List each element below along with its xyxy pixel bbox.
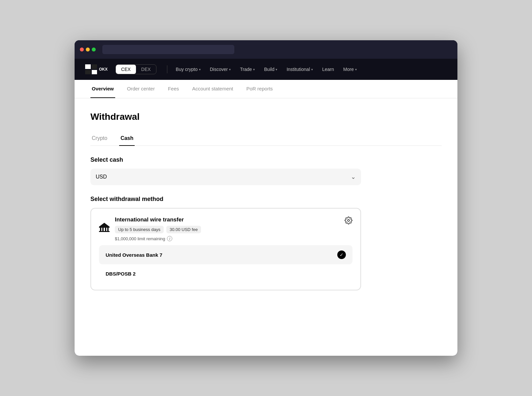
cex-toggle-button[interactable]: CEX [116, 65, 136, 74]
nav-buy-crypto[interactable]: Buy crypto ▾ [173, 65, 204, 74]
tab-overview[interactable]: Overview [90, 80, 115, 98]
browser-window: OKX CEX DEX Buy crypto ▾ Discover ▾ Trad… [75, 40, 457, 356]
limit-text: $1,000,000 limit remaining [115, 236, 165, 241]
logo-label: OKX [99, 67, 108, 72]
withdrawal-tabs: Crypto Cash [90, 133, 442, 146]
bank-option-uob[interactable]: United Overseas Bank 7 ✓ [99, 245, 352, 264]
bank-option-uob-name: United Overseas Bank 7 [106, 252, 162, 258]
sub-nav: Overview Order center Fees Account state… [75, 80, 457, 98]
svg-rect-1 [100, 228, 101, 231]
svg-rect-3 [105, 228, 106, 231]
method-info: International wire transfer Up to 5 busi… [115, 216, 201, 241]
nav-divider [167, 65, 167, 73]
method-limit: $1,000,000 limit remaining i [115, 236, 201, 241]
traffic-lights [80, 48, 96, 51]
close-button[interactable] [80, 48, 84, 51]
currency-value: USD [96, 174, 107, 180]
badge-fee: 30.00 USD fee [166, 226, 201, 233]
minimize-button[interactable] [86, 48, 90, 51]
method-header-left: International wire transfer Up to 5 busi… [99, 216, 201, 241]
chevron-down-icon: ▾ [253, 68, 255, 71]
chevron-down-icon: ▾ [229, 68, 231, 71]
method-card: International wire transfer Up to 5 busi… [90, 208, 361, 290]
tab-account-statement[interactable]: Account statement [191, 80, 234, 98]
tab-crypto[interactable]: Crypto [90, 133, 109, 146]
svg-rect-4 [107, 228, 109, 231]
okx-logo-icon [85, 64, 97, 74]
maximize-button[interactable] [92, 48, 96, 51]
logo-sq-2 [92, 64, 97, 69]
tab-order-center[interactable]: Order center [126, 80, 156, 98]
logo-area: OKX [85, 64, 108, 74]
chevron-down-icon: ⌄ [351, 173, 356, 181]
method-title: International wire transfer [115, 216, 201, 223]
settings-icon[interactable] [345, 216, 352, 226]
svg-rect-0 [99, 227, 110, 228]
nav-institutional[interactable]: Institutional ▾ [283, 65, 316, 74]
svg-marker-6 [99, 223, 110, 227]
logo-sq-3 [85, 70, 91, 75]
chevron-down-icon: ▾ [199, 68, 201, 71]
chevron-down-icon: ▾ [355, 68, 357, 71]
nav-build[interactable]: Build ▾ [261, 65, 281, 74]
tab-fees[interactable]: Fees [167, 80, 180, 98]
exchange-toggle: CEX DEX [116, 64, 156, 74]
chevron-down-icon: ▾ [311, 68, 313, 71]
bank-icon [99, 223, 110, 235]
nav-more[interactable]: More ▾ [340, 65, 360, 74]
top-nav: OKX CEX DEX Buy crypto ▾ Discover ▾ Trad… [75, 59, 457, 80]
svg-rect-5 [99, 231, 110, 232]
dex-toggle-button[interactable]: DEX [136, 65, 156, 74]
method-header: International wire transfer Up to 5 busi… [99, 216, 352, 241]
bank-option-dbs[interactable]: DBS/POSB 2 [99, 266, 352, 282]
address-bar[interactable] [102, 45, 234, 54]
logo-sq-4 [92, 70, 97, 75]
bank-option-dbs-name: DBS/POSB 2 [106, 271, 136, 277]
browser-content: OKX CEX DEX Buy crypto ▾ Discover ▾ Trad… [75, 59, 457, 356]
page-title: Withdrawal [90, 112, 442, 122]
main-content: Withdrawal Crypto Cash Select cash USD ⌄… [75, 98, 457, 304]
tab-cash[interactable]: Cash [119, 133, 135, 146]
tab-por-reports[interactable]: PoR reports [245, 80, 274, 98]
selected-check-icon: ✓ [337, 250, 346, 259]
method-badges: Up to 5 business days 30.00 USD fee [115, 226, 201, 233]
nav-learn[interactable]: Learn [319, 65, 337, 74]
info-icon[interactable]: i [167, 236, 172, 241]
badge-days: Up to 5 business days [115, 226, 164, 233]
select-cash-label: Select cash [90, 156, 442, 163]
select-method-label: Select withdrawal method [90, 196, 442, 203]
nav-trade[interactable]: Trade ▾ [237, 65, 258, 74]
currency-dropdown[interactable]: USD ⌄ [90, 169, 361, 185]
chevron-down-icon: ▾ [276, 68, 277, 71]
nav-discover[interactable]: Discover ▾ [207, 65, 234, 74]
svg-rect-2 [102, 228, 104, 231]
logo-sq-1 [85, 64, 91, 69]
browser-chrome [75, 40, 457, 59]
